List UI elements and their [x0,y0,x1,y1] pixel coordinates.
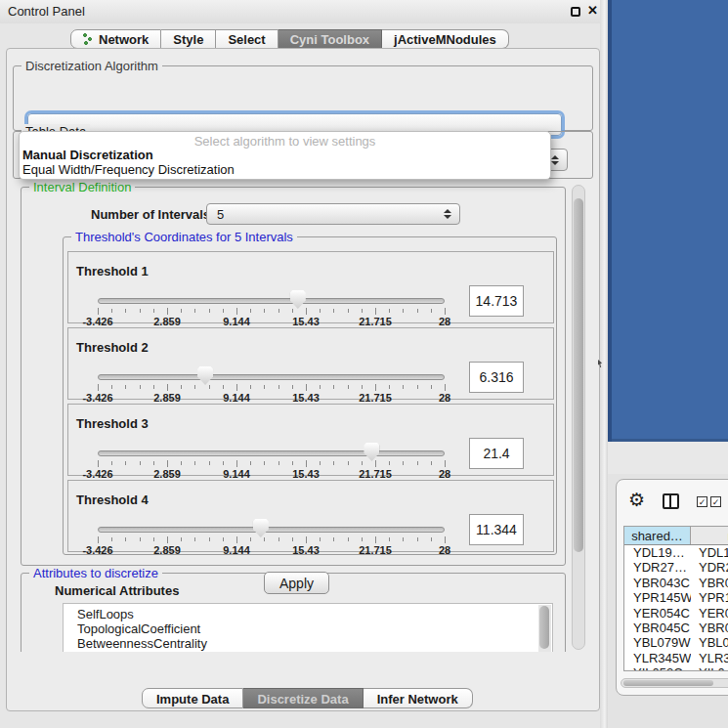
table-cell: YBL079W [624,635,691,650]
tab-label: jActiveMNodules [394,32,496,47]
tab-label: Infer Network [377,692,458,707]
scrollbar-thumb[interactable] [623,680,713,686]
slider-track[interactable] [98,527,445,533]
group-label: Attributes to discretize [29,566,162,580]
slider-ticks [98,460,445,468]
slider-track[interactable] [98,374,445,380]
apply-button[interactable]: Apply [264,572,329,594]
threshold-row: Threshold 4 -3.4262.8599.14415.4321.7152… [67,480,554,552]
numerical-attributes-list[interactable]: SelfLoopsTopologicalCoefficientBetweenne… [63,603,553,652]
threshold-value-field[interactable]: 6.316 [469,362,524,393]
slider-thumb[interactable] [364,443,379,461]
attribute-item[interactable]: BetweennessCentrality [77,636,552,651]
table-row[interactable]: YDR27…YDR2 [624,560,728,575]
tab-label: Impute Data [156,692,229,707]
table-row[interactable]: YDL19…YDL1 [624,545,728,560]
table-row[interactable]: YPR145WYPR1 [624,590,728,605]
scrollbar-thumb[interactable] [574,198,583,552]
discretization-algorithm-group: Discretization Algorithm [13,65,593,131]
column-header-shared-name[interactable]: shared… [624,527,691,544]
table-cell: YBR0 [691,576,728,590]
number-of-intervals-combobox[interactable]: 5 [206,203,460,225]
slider-ticks [98,536,445,544]
attribute-item[interactable]: SelfLoops [77,607,552,621]
threshold-slider[interactable]: -3.4262.8599.14415.4321.71528 [98,518,445,553]
panel-scrollbar[interactable] [572,185,585,650]
dropdown-option-manual[interactable]: Manual Discretization [20,148,550,162]
stepper-arrows-icon [444,209,451,219]
table-cell: YDL19… [624,545,691,560]
threshold-slider[interactable]: -3.4262.8599.14415.4321.71528 [98,442,445,477]
group-label: Threshold's Coordinates for 5 Intervals [71,230,297,244]
tab-label: Cyni Toolbox [290,32,369,47]
threshold-label: Threshold 2 [76,340,149,355]
list-scrollbar[interactable] [538,605,551,652]
tab-cyni-toolbox[interactable]: Cyni Toolbox [278,29,382,49]
number-of-intervals-label: Number of Intervals [91,207,210,222]
table-cell: YPR145W [624,590,691,605]
tab-label: Network [99,32,149,47]
table-cell: YDL1 [691,545,728,560]
table-cell: YDR27… [624,560,691,575]
column-header-name[interactable]: na [691,527,728,544]
slider-thumb[interactable] [290,290,306,309]
tab-label: Style [173,32,203,47]
restore-window-icon[interactable] [571,7,580,17]
tab-network[interactable]: Network [70,29,161,49]
table-row[interactable]: YBL079WYBL0 [624,635,728,650]
table-row[interactable]: YER054CYER0 [624,606,728,621]
threshold-slider[interactable]: -3.4262.8599.14415.4321.71528 [98,365,445,401]
bottom-tabs: Impute Data Discretize Data Infer Networ… [142,688,473,708]
tab-select[interactable]: Select [216,29,278,49]
threshold-value-field[interactable]: 11.344 [469,514,524,545]
network-icon [83,33,94,46]
table-cell: YIL052C [624,665,691,671]
table-body: YDL19…YDL1YDR27…YDR2YBR043CYBR0YPR145WYP… [624,545,728,671]
gear-icon[interactable]: ⚙ [628,491,645,509]
close-icon[interactable]: ✕ [587,3,598,18]
tab-impute-data[interactable]: Impute Data [142,688,243,708]
tab-style[interactable]: Style [161,29,216,49]
table-header: shared… na [624,527,728,545]
threshold-slider[interactable]: -3.4262.8599.14415.4321.71528 [98,289,445,324]
table-cell: YIL0 [691,665,728,671]
table-panel-titlebar: Table Panel [608,442,728,474]
slider-thumb[interactable] [197,366,213,385]
table-row[interactable]: YBR045CYBR0 [624,621,728,635]
control-panel-titlebar: Control Panel ✕ [0,0,604,23]
checkbox-icon[interactable]: ✓ [697,496,707,507]
tab-infer-network[interactable]: Infer Network [364,688,473,708]
table-cell: YER054C [624,606,691,621]
table-horizontal-scrollbar[interactable] [621,678,728,688]
threshold-value-field[interactable]: 14.713 [469,285,524,317]
tab-jactivemnodules[interactable]: jActiveMNodules [382,29,509,49]
slider-ticks [98,384,445,392]
slider-tick-labels: -3.4262.8599.14415.4321.71528 [98,392,445,404]
panel-divider[interactable] [600,0,608,728]
tab-discretize-data[interactable]: Discretize Data [243,688,363,708]
dropdown-option-equal-width[interactable]: Equal Width/Frequency Discretization [20,162,550,177]
table-cell: YDR2 [691,560,728,575]
control-panel: Control Panel ✕ Network Style Select Cyn… [0,0,604,728]
threshold-value-field[interactable]: 21.4 [469,438,524,469]
attribute-item[interactable]: TopologicalCoefficient [77,621,552,636]
cyni-toolbox-panel: Discretization Algorithm Table Data galF… [6,48,600,711]
table-row[interactable]: YIL052CYIL0 [624,665,728,671]
slider-track[interactable] [98,450,445,456]
dropdown-placeholder: Select algorithm to view settings [20,132,550,148]
slider-track[interactable] [98,298,445,304]
checkbox-icon[interactable]: ✓ [710,496,721,507]
threshold-row: Threshold 2 -3.4262.8599.14415.4321.7152… [67,327,554,400]
control-panel-tabs: Network Style Select Cyni Toolbox jActiv… [70,29,509,49]
node-attribute-table[interactable]: shared… na YDL19…YDL1YDR27…YDR2YBR043CYB… [623,526,728,671]
table-row[interactable]: YLR345WYLR3 [624,651,728,665]
network-desktop-frame: GAL80 GA C GAL11 GAL4 GCY1 H HAP2 [608,0,728,442]
tab-label: Discretize Data [257,692,348,707]
slider-thumb[interactable] [253,519,269,537]
table-row[interactable]: YBR043CYBR0 [624,576,728,590]
slider-tick-labels: -3.4262.8599.14415.4321.71528 [98,468,445,480]
split-columns-icon[interactable] [663,493,679,509]
threshold-row: Threshold 3 -3.4262.8599.14415.4321.7152… [67,404,554,476]
slider-ticks [98,308,445,316]
table-cell: YPR1 [691,590,728,605]
